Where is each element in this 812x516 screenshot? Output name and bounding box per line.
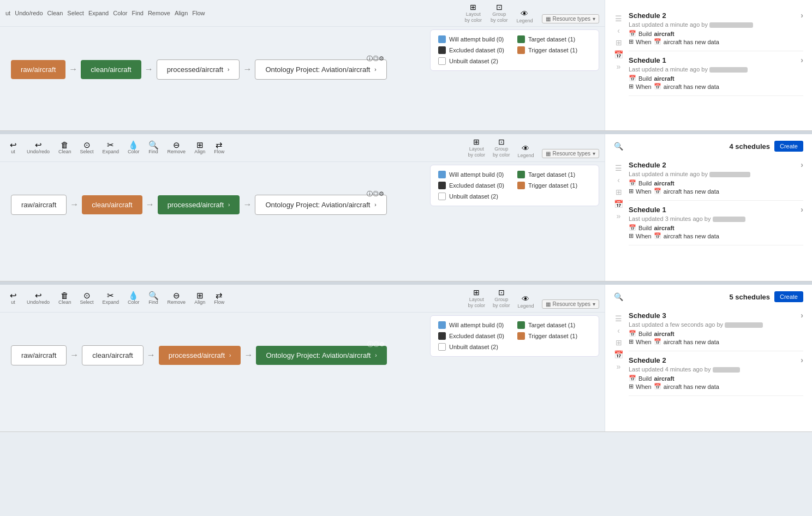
group-icon-3: ⊡ [498, 288, 505, 297]
toolbar-flow[interactable]: Flow [192, 10, 205, 16]
schedule-item-1-2[interactable]: Schedule 1 › Last updated 3 minutes ago … [629, 201, 803, 245]
schedule-item-2-3[interactable]: Schedule 2 › Last updated 4 minutes ago … [629, 351, 803, 396]
legend-item-excluded-2: Excluded dataset (0) [438, 182, 512, 189]
sidebar-icon-expand-3[interactable]: » [617, 362, 621, 371]
node-processed-aircraft-1[interactable]: processed/aircraft › [157, 59, 240, 80]
node-clean-aircraft-3[interactable]: clean/aircraft [82, 345, 143, 365]
group-by-color-3[interactable]: ⊡ Groupby color [493, 288, 510, 309]
node-ontology-1[interactable]: ⓘ◎⚙ Ontology Project: Aviation/aircraft … [255, 59, 386, 80]
panel-3-canvas: ↩ ut ↩ Undo/redo 🗑 Clean ⊙ Select ✂ E [0, 285, 605, 431]
toolbar-select-2[interactable]: ⊙ Select [77, 139, 97, 156]
sidebar-icon-grid-2[interactable]: ⊞ [616, 188, 622, 196]
node-processed-aircraft-3[interactable]: processed/aircraft › [159, 346, 241, 365]
sidebar-panel-1: ☰ ‹ ⊞ 📅 » Schedule 2 › Last updated a mi… [605, 0, 812, 130]
sidebar-icon-back[interactable]: ‹ [617, 26, 620, 35]
toolbar-find[interactable]: Find [132, 10, 144, 16]
toolbar-expand-3[interactable]: ✂ Expand [100, 290, 122, 307]
toolbar-clean-2[interactable]: 🗑 Clean [56, 139, 74, 156]
toolbar-color[interactable]: Color [113, 10, 127, 16]
toolbar-ut-3[interactable]: ↩ ut [5, 290, 21, 307]
create-button-3[interactable]: Create [774, 291, 803, 302]
toolbar-flow-3[interactable]: ⇄ Flow [211, 290, 227, 307]
grid-icon-2: ⊞ [629, 188, 634, 195]
legend-2[interactable]: 👁 Legend [517, 144, 534, 158]
arrow-2-3: → [243, 200, 252, 209]
sidebar-icon-calendar[interactable]: 📅 [614, 50, 623, 59]
node-color-options-2[interactable]: ▦ Resource types ▾ [542, 149, 599, 158]
toolbar-undo-3[interactable]: ↩ Undo/redo [24, 290, 52, 307]
toolbar-undo-2[interactable]: ↩ Undo/redo [24, 139, 52, 156]
toolbar-align-2[interactable]: ⊞ Align [192, 139, 208, 156]
schedule-2-updated-1: Last updated a minute ago by [629, 21, 803, 28]
legend-btn[interactable]: 👁 Legend [516, 9, 533, 23]
swatch-orange-3 [517, 332, 525, 340]
schedule-2-detail-2b: ⊞ When 📅 aircraft has new data [629, 188, 803, 195]
node-raw-aircraft-1[interactable]: raw/aircraft [11, 60, 65, 79]
sidebar-icon-expand-2[interactable]: » [617, 212, 621, 220]
sidebar-3-header: 🔍 5 schedules Create [614, 291, 803, 302]
schedule-1-detail-2b: ⊞ When 📅 aircraft has new data [629, 232, 803, 239]
swatch-orange-1 [517, 46, 525, 54]
schedule-item-1-1[interactable]: Schedule 1 › Last updated a minute ago b… [629, 51, 803, 96]
layout-by-color-3[interactable]: ⊞ Layoutby color [468, 288, 485, 309]
node-processed-aircraft-2[interactable]: processed/aircraft › [158, 195, 240, 214]
toolbar-expand-2[interactable]: ✂ Expand [100, 139, 122, 156]
legend-3[interactable]: 👁 Legend [517, 295, 534, 309]
toolbar-ut[interactable]: ut [5, 10, 10, 16]
schedule-item-2-2[interactable]: Schedule 2 › Last updated a minute ago b… [629, 156, 803, 201]
sidebar-icon-back-2[interactable]: ‹ [617, 176, 620, 184]
panel-1-canvas: ut Undo/redo Clean Select Expand Color F… [0, 0, 605, 130]
toolbar-align[interactable]: Align [175, 10, 188, 16]
schedule-item-2-1[interactable]: Schedule 2 › Last updated a minute ago b… [629, 7, 803, 51]
layout-by-color-btn[interactable]: ⊞ Layoutby color [464, 3, 482, 23]
node-ontology-3[interactable]: ⓘ◎⚙ Ontology Project: Aviation/aircraft … [256, 346, 386, 365]
legend-label-2: Legend [517, 153, 534, 158]
create-button-2[interactable]: Create [774, 141, 803, 152]
toolbar-ut-2[interactable]: ↩ ut [5, 139, 21, 156]
sidebar-icon-list[interactable]: ☰ [615, 14, 622, 23]
sidebar-icon-back-3[interactable]: ‹ [617, 326, 620, 335]
toolbar-find-3[interactable]: 🔍 Find [146, 290, 162, 307]
sidebar-icon-calendar-3[interactable]: 📅 [614, 350, 623, 359]
sidebar-icon-list-3[interactable]: ☰ [615, 314, 622, 323]
node-color-options-label-3: ▦ Resource types ▾ [542, 299, 599, 309]
toolbar-remove-3[interactable]: ⊖ Remove [165, 290, 189, 307]
search-icon-3[interactable]: 🔍 [614, 292, 623, 301]
sidebar-icon-expand[interactable]: » [617, 62, 621, 71]
node-raw-aircraft-2[interactable]: raw/aircraft [11, 195, 67, 215]
node-raw-aircraft-3[interactable]: raw/aircraft [11, 345, 67, 365]
toolbar-remove-2[interactable]: ⊖ Remove [165, 139, 189, 156]
sidebar-icon-grid-3[interactable]: ⊞ [616, 338, 622, 347]
node-ontology-2[interactable]: ⓘ◎⚙ Ontology Project: Aviation/aircraft … [255, 195, 386, 215]
toolbar-flow-2[interactable]: ⇄ Flow [211, 139, 227, 156]
ut-label-3: ut [11, 299, 15, 305]
toolbar-expand[interactable]: Expand [88, 10, 109, 16]
toolbar-align-3[interactable]: ⊞ Align [192, 290, 208, 307]
search-icon-2[interactable]: 🔍 [614, 142, 623, 151]
node-clean-aircraft-1[interactable]: clean/aircraft [81, 60, 141, 79]
toolbar-color-2[interactable]: 💧 Color [125, 139, 142, 156]
swatch-blue-3 [438, 321, 446, 329]
toolbar-select-3[interactable]: ⊙ Select [77, 290, 97, 307]
sidebar-icon-calendar-2[interactable]: 📅 [614, 200, 623, 208]
node-color-chevron-3: ▾ [593, 301, 595, 307]
arrow-2-2: → [146, 200, 154, 209]
toolbar-color-3[interactable]: 💧 Color [125, 290, 142, 307]
group-by-color-btn[interactable]: ⊡ Groupby color [491, 3, 508, 23]
toolbar-clean-3[interactable]: 🗑 Clean [56, 290, 74, 307]
node-color-options-btn[interactable]: ▦ Resource types ▾ [542, 14, 599, 23]
node-clean-aircraft-2[interactable]: clean/aircraft [82, 195, 142, 214]
schedule-item-3-3[interactable]: Schedule 3 › Last updated a few seconds … [629, 307, 803, 351]
node-color-options-3[interactable]: ▦ Resource types ▾ [542, 299, 599, 309]
toolbar-undo-redo[interactable]: Undo/redo [15, 10, 43, 16]
toolbar-remove[interactable]: Remove [148, 10, 170, 16]
sidebar-icon-list-2[interactable]: ☰ [615, 164, 622, 172]
layout-by-color-2[interactable]: ⊞ Layoutby color [468, 137, 485, 158]
swatch-dark-3 [438, 332, 446, 340]
toolbar-clean[interactable]: Clean [47, 10, 63, 16]
group-by-color-2[interactable]: ⊡ Groupby color [493, 137, 510, 158]
panel-1: ut Undo/redo Clean Select Expand Color F… [0, 0, 812, 131]
toolbar-find-2[interactable]: 🔍 Find [146, 139, 162, 156]
toolbar-select[interactable]: Select [67, 10, 84, 16]
sidebar-icon-grid[interactable]: ⊞ [616, 38, 622, 47]
